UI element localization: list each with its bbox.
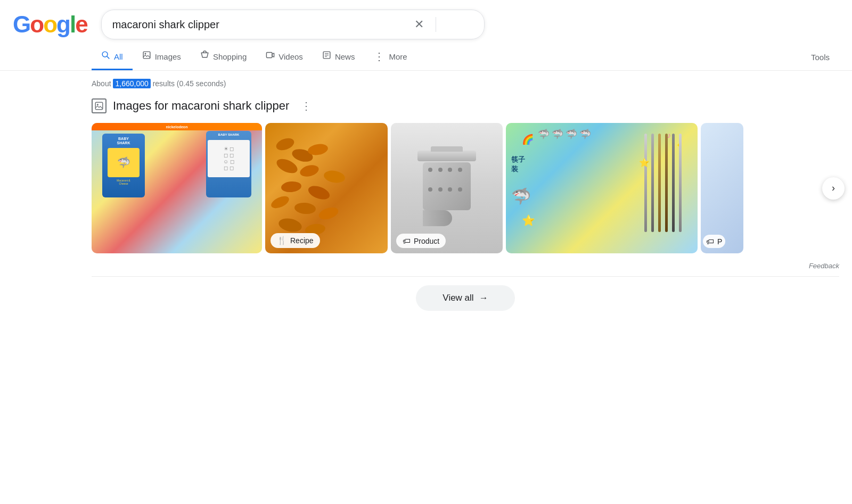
- image-card-2[interactable]: 🍴 Recipe: [265, 123, 388, 253]
- stats-after: results (0.45 seconds): [151, 79, 226, 88]
- view-all-container: View all →: [92, 285, 839, 311]
- news-icon: [322, 51, 331, 62]
- logo-g2: g: [56, 11, 70, 37]
- baby-shark-box1: BABYSHARK 🦈 Macaroni &Cheese: [102, 134, 145, 197]
- recipe-badge-text: Recipe: [290, 236, 314, 245]
- nav-item-images[interactable]: Images: [133, 43, 191, 70]
- nav-tools[interactable]: Tools: [801, 45, 839, 68]
- nav-label-images: Images: [155, 52, 181, 61]
- search-divider: [436, 17, 436, 32]
- image-grid-container: BABYSHARK 🦈 Macaroni &Cheese BABY SHARK …: [92, 123, 839, 253]
- view-all-arrow: →: [479, 293, 488, 303]
- nav-bar: All Images Shopping Videos: [0, 43, 852, 71]
- shopping-icon: [200, 51, 209, 62]
- logo-l: l: [70, 11, 75, 37]
- images-more-options-icon[interactable]: ⋮: [301, 100, 312, 112]
- partial-badge-icon: 🏷: [706, 237, 714, 246]
- image-card-4[interactable]: 🌈 ♪ ✦ 🦈 筷子装 🦈 🦈 🦈 🦈: [506, 123, 698, 253]
- view-all-button[interactable]: View all →: [416, 285, 514, 311]
- videos-icon: [266, 51, 275, 62]
- images-section-header: Images for macaroni shark clipper ⋮: [92, 98, 839, 113]
- nav-item-videos[interactable]: Videos: [256, 43, 313, 70]
- header: Google ✕: [0, 0, 852, 39]
- images-section-title: Images for macaroni shark clipper: [113, 99, 289, 113]
- svg-marker-14: [272, 53, 274, 57]
- svg-line-10: [107, 56, 109, 59]
- more-icon: ⋮: [374, 50, 385, 63]
- nav-item-shopping[interactable]: Shopping: [191, 43, 256, 70]
- nav-label-news: News: [335, 52, 355, 61]
- google-logo[interactable]: Google: [13, 11, 87, 38]
- svg-rect-19: [95, 102, 103, 110]
- svg-point-12: [144, 53, 146, 55]
- img-chopsticks-bg: 🌈 ♪ ✦ 🦈 筷子装 🦈 🦈 🦈 🦈: [506, 123, 698, 253]
- search-button[interactable]: [469, 22, 473, 27]
- stats-before: About: [92, 79, 113, 88]
- svg-rect-13: [267, 53, 273, 58]
- stats-number: 1,660,000: [113, 79, 150, 88]
- logo-o1: o: [30, 11, 43, 37]
- recipe-badge-icon: 🍴: [277, 236, 287, 245]
- product-badge: 🏷 Product: [396, 234, 446, 248]
- voice-search-button[interactable]: [446, 22, 450, 27]
- img-baby-shark-bg: BABYSHARK 🦈 Macaroni &Cheese BABY SHARK …: [92, 123, 262, 253]
- svg-point-20: [97, 104, 99, 105]
- svg-rect-11: [143, 52, 150, 59]
- product-badge-icon: 🏷: [403, 236, 411, 245]
- logo-o2: o: [43, 11, 56, 37]
- image-card-1[interactable]: BABYSHARK 🦈 Macaroni &Cheese BABY SHARK …: [92, 123, 262, 253]
- logo-g1: G: [13, 11, 30, 37]
- nav-item-more[interactable]: ⋮ More: [364, 43, 416, 71]
- search-bar-icons: ✕: [412, 15, 473, 34]
- all-icon: [101, 51, 110, 62]
- images-icon: [142, 51, 151, 62]
- view-all-label: View all: [443, 293, 473, 303]
- images-section: Images for macaroni shark clipper ⋮ BABY…: [92, 98, 839, 311]
- images-section-icon: [92, 98, 106, 113]
- search-input[interactable]: [112, 19, 407, 31]
- results-area: About 1,660,000 results (0.45 seconds) I…: [0, 71, 852, 319]
- nav-label-shopping: Shopping: [213, 52, 247, 61]
- results-stats: About 1,660,000 results (0.45 seconds): [92, 79, 839, 88]
- img-partial-bg: [701, 123, 743, 253]
- product-badge-text: Product: [414, 237, 439, 245]
- nav-label-videos: Videos: [278, 52, 303, 61]
- clear-icon: ✕: [414, 18, 424, 31]
- lens-search-button[interactable]: [457, 22, 462, 27]
- nav-item-news[interactable]: News: [313, 43, 365, 70]
- recipe-badge: 🍴 Recipe: [271, 233, 320, 248]
- image-card-5[interactable]: 🏷 P: [701, 123, 743, 253]
- search-bar: ✕: [101, 10, 485, 39]
- nav-item-all[interactable]: All: [92, 43, 133, 70]
- logo-e: e: [75, 11, 87, 37]
- divider: [92, 276, 839, 277]
- nav-label-more: More: [389, 52, 407, 61]
- feedback-text[interactable]: Feedback: [92, 262, 839, 270]
- partial-badge-text: P: [717, 237, 722, 246]
- nav-label-all: All: [114, 52, 123, 61]
- clear-button[interactable]: ✕: [412, 15, 426, 34]
- image-card-3[interactable]: 🏷 Product: [391, 123, 503, 253]
- baby-shark-box2: BABY SHARK ☀ ◻◻ ◻☺ ◻◻ ◻: [206, 131, 251, 197]
- partial-badge: 🏷 P: [703, 235, 725, 248]
- next-arrow-button[interactable]: ›: [822, 177, 845, 200]
- image-grid: BABYSHARK 🦈 Macaroni &Cheese BABY SHARK …: [92, 123, 839, 253]
